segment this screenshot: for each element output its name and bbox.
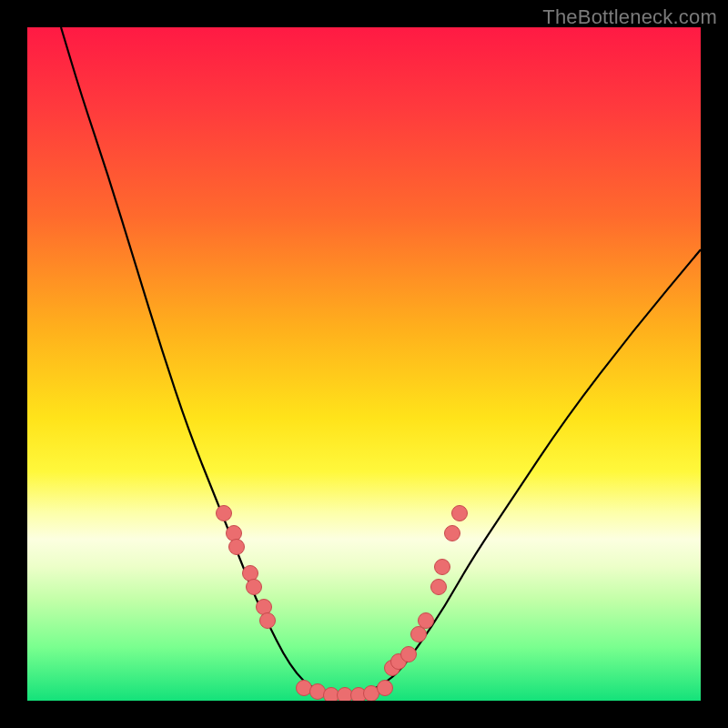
data-point [228,539,245,555]
data-point [259,612,276,629]
data-point [434,559,450,575]
data-point [216,505,232,521]
data-point [418,612,434,629]
data-point [400,646,417,662]
data-point [444,525,460,541]
data-point [451,505,468,521]
chart-frame: TheBottleneck.com [0,0,728,728]
data-point [246,579,262,595]
plot-area [27,27,701,701]
watermark-label: TheBottleneck.com [542,5,717,29]
data-point [430,579,447,595]
data-point [377,680,393,696]
data-points-layer [27,27,701,701]
